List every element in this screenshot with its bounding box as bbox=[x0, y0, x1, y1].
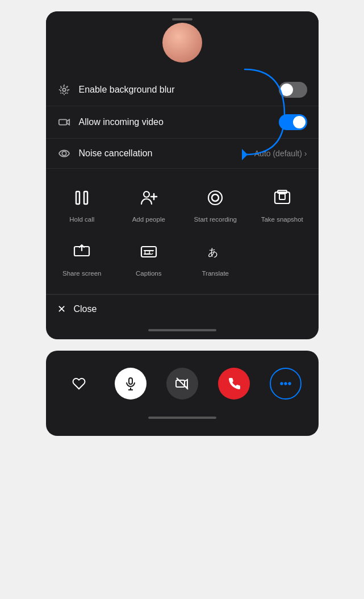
svg-rect-21 bbox=[129, 378, 132, 384]
captions-label: Captions bbox=[136, 269, 161, 278]
hold-call-button[interactable]: Hold call bbox=[52, 180, 113, 228]
translate-icon: あ bbox=[202, 239, 228, 265]
blur-icon bbox=[57, 83, 71, 97]
svg-text:あ: あ bbox=[208, 247, 218, 258]
svg-point-1 bbox=[60, 86, 68, 94]
svg-rect-4 bbox=[76, 192, 80, 204]
record-icon bbox=[202, 185, 228, 211]
drag-handle[interactable] bbox=[172, 18, 193, 20]
bottom-panel bbox=[46, 351, 319, 436]
add-person-icon bbox=[136, 185, 162, 211]
svg-point-10 bbox=[212, 194, 219, 201]
wave-icon bbox=[57, 147, 71, 160]
actions-row-1: Hold call Add people bbox=[46, 169, 319, 234]
incoming-video-toggle[interactable] bbox=[279, 114, 307, 130]
svg-point-0 bbox=[62, 88, 66, 91]
translate-label: Translate bbox=[202, 269, 229, 278]
start-recording-label: Start recording bbox=[194, 215, 237, 224]
take-snapshot-button[interactable]: Take snapshot bbox=[252, 180, 313, 228]
noise-cancel-label: Noise cancellation bbox=[79, 148, 254, 159]
svg-text:CC: CC bbox=[144, 249, 153, 256]
more-icon bbox=[279, 377, 292, 390]
mic-icon bbox=[124, 377, 137, 390]
svg-point-9 bbox=[208, 191, 222, 205]
share-screen-button[interactable]: Share screen bbox=[52, 234, 113, 282]
snapshot-icon bbox=[269, 185, 295, 211]
home-indicator bbox=[148, 417, 216, 419]
svg-rect-5 bbox=[84, 192, 87, 204]
svg-point-28 bbox=[288, 382, 290, 384]
avatar bbox=[162, 23, 202, 63]
hold-call-label: Hold call bbox=[69, 215, 94, 224]
close-label: Close bbox=[74, 304, 97, 314]
svg-point-3 bbox=[62, 151, 66, 155]
svg-rect-2 bbox=[58, 119, 66, 124]
captions-button[interactable]: CC Captions bbox=[118, 234, 179, 282]
call-controls bbox=[63, 362, 302, 405]
noise-cancel-row[interactable]: Noise cancellation Auto (default) › bbox=[46, 139, 319, 168]
svg-point-26 bbox=[281, 382, 282, 384]
more-button[interactable] bbox=[270, 368, 302, 400]
blur-toggle[interactable] bbox=[279, 82, 307, 98]
video-off-button[interactable] bbox=[166, 368, 198, 400]
heart-icon bbox=[72, 377, 86, 390]
noise-cancel-value[interactable]: Auto (default) › bbox=[254, 149, 307, 158]
blur-label: Enable background blur bbox=[79, 85, 279, 95]
start-recording-button[interactable]: Start recording bbox=[185, 180, 246, 228]
heart-button[interactable] bbox=[63, 368, 95, 400]
background-blur-row[interactable]: Enable background blur bbox=[46, 74, 319, 106]
take-snapshot-label: Take snapshot bbox=[261, 215, 303, 224]
avatar-area bbox=[46, 11, 319, 74]
svg-point-27 bbox=[284, 382, 286, 384]
bottom-handle bbox=[46, 323, 319, 339]
svg-point-6 bbox=[144, 192, 149, 197]
settings-list: Enable background blur Allow incoming vi… bbox=[46, 74, 319, 168]
incoming-video-row[interactable]: Allow incoming video bbox=[46, 106, 319, 139]
pause-icon bbox=[69, 185, 95, 211]
actions-row-2: Share screen CC Captions bbox=[46, 234, 319, 294]
captions-icon: CC bbox=[136, 239, 162, 265]
end-call-button[interactable] bbox=[218, 368, 250, 400]
empty-slot bbox=[252, 234, 313, 282]
camera-icon bbox=[57, 115, 71, 129]
add-people-button[interactable]: Add people bbox=[118, 180, 179, 228]
mic-button[interactable] bbox=[115, 368, 147, 400]
close-button[interactable]: ✕ Close bbox=[46, 294, 319, 323]
settings-panel: Enable background blur Allow incoming vi… bbox=[46, 11, 319, 339]
close-x-icon: ✕ bbox=[57, 303, 66, 315]
add-people-label: Add people bbox=[132, 215, 165, 224]
svg-rect-13 bbox=[279, 194, 285, 199]
share-screen-label: Share screen bbox=[62, 269, 101, 278]
share-screen-icon bbox=[69, 239, 95, 265]
end-call-icon bbox=[227, 377, 241, 390]
video-off-icon bbox=[175, 377, 189, 390]
incoming-video-label: Allow incoming video bbox=[79, 117, 279, 127]
translate-button[interactable]: あ Translate bbox=[185, 234, 246, 282]
